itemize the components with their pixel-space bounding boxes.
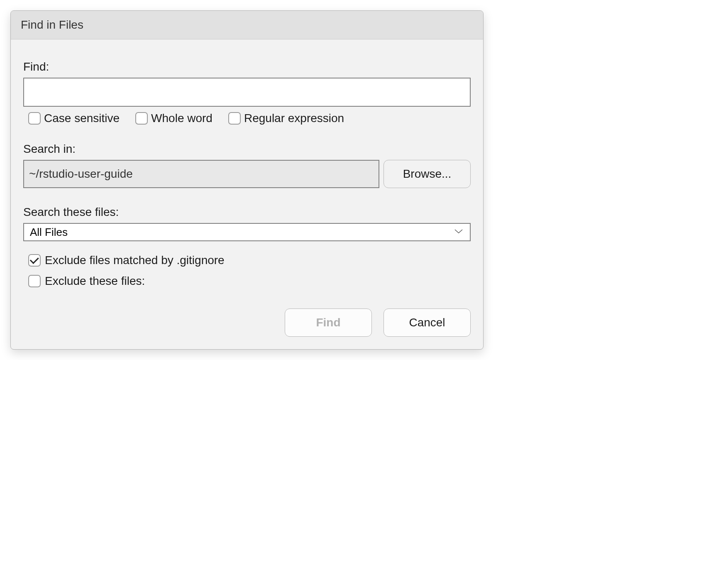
- exclude-files-option[interactable]: Exclude these files:: [23, 274, 471, 288]
- whole-word-option[interactable]: Whole word: [135, 112, 213, 125]
- find-label: Find:: [23, 60, 471, 73]
- search-in-input[interactable]: ~/rstudio-user-guide: [23, 160, 379, 188]
- regex-label: Regular expression: [244, 112, 344, 125]
- search-files-selected: All Files: [30, 226, 68, 239]
- cancel-button-label: Cancel: [409, 316, 445, 329]
- whole-word-checkbox[interactable]: [135, 112, 148, 125]
- search-files-section: Search these files: All Files: [23, 206, 471, 241]
- search-in-label: Search in:: [23, 142, 471, 156]
- exclude-section: Exclude files matched by .gitignore Excl…: [23, 254, 471, 288]
- regex-checkbox[interactable]: [228, 112, 241, 125]
- dialog-titlebar: Find in Files: [11, 11, 483, 39]
- find-section: Find: Case sensitive Whole word Regular …: [23, 60, 471, 125]
- search-in-row: ~/rstudio-user-guide Browse...: [23, 160, 471, 188]
- exclude-gitignore-checkbox[interactable]: [28, 254, 41, 267]
- exclude-gitignore-option[interactable]: Exclude files matched by .gitignore: [23, 254, 471, 267]
- dialog-title: Find in Files: [21, 18, 83, 31]
- dialog-content: Find: Case sensitive Whole word Regular …: [11, 39, 483, 349]
- find-options-row: Case sensitive Whole word Regular expres…: [23, 112, 471, 125]
- exclude-gitignore-label: Exclude files matched by .gitignore: [45, 254, 225, 267]
- find-input[interactable]: [23, 78, 471, 107]
- exclude-files-checkbox[interactable]: [28, 275, 41, 287]
- case-sensitive-checkbox[interactable]: [28, 112, 41, 125]
- browse-label: Browse...: [403, 167, 452, 181]
- find-button[interactable]: Find: [285, 309, 372, 337]
- button-row: Find Cancel: [23, 309, 471, 337]
- search-in-value: ~/rstudio-user-guide: [29, 167, 133, 181]
- find-in-files-dialog: Find in Files Find: Case sensitive Whole…: [10, 10, 484, 350]
- find-button-label: Find: [316, 316, 340, 329]
- whole-word-label: Whole word: [151, 112, 213, 125]
- search-in-section: Search in: ~/rstudio-user-guide Browse..…: [23, 142, 471, 188]
- search-files-select-wrap: All Files: [23, 223, 471, 241]
- browse-button[interactable]: Browse...: [384, 160, 471, 188]
- search-files-label: Search these files:: [23, 206, 471, 219]
- case-sensitive-option[interactable]: Case sensitive: [28, 112, 120, 125]
- case-sensitive-label: Case sensitive: [44, 112, 120, 125]
- cancel-button[interactable]: Cancel: [384, 309, 471, 337]
- exclude-files-label: Exclude these files:: [45, 274, 145, 288]
- regex-option[interactable]: Regular expression: [228, 112, 344, 125]
- search-files-select[interactable]: All Files: [23, 223, 471, 241]
